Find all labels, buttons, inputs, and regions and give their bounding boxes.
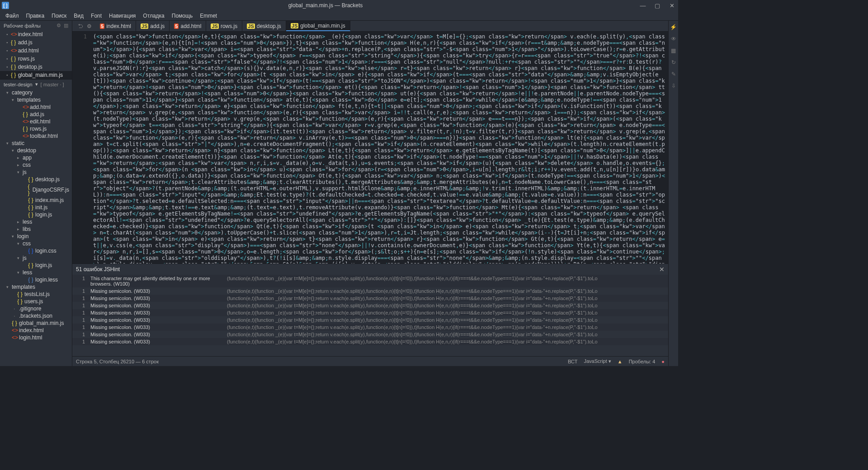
language-selector[interactable]: JavaScript ▾ (584, 358, 611, 364)
tree-css[interactable]: ▸css (0, 161, 72, 169)
problem-row[interactable]: 1Missing semicolon. (W033)(function(e,t)… (72, 338, 668, 345)
menu-файл[interactable]: Файл (2, 12, 23, 20)
gear-icon[interactable]: ⚙ (57, 23, 61, 28)
menu-помощь[interactable]: Помощь (168, 12, 196, 20)
css-file-icon: { } (28, 248, 33, 254)
problem-row[interactable]: 1Missing semicolon. (W033)(function(e,t)… (72, 331, 668, 338)
menu-font[interactable]: Font (87, 12, 105, 20)
tree-toolbar.html[interactable]: <>toolbar.html (0, 132, 72, 140)
tree-templates[interactable]: ▾templates (0, 96, 72, 103)
tree-templates[interactable]: ▾templates (0, 283, 72, 291)
tree-js[interactable]: ▾js (0, 169, 72, 176)
warning-icon: ▲ (618, 359, 623, 364)
tab-desktop.js[interactable]: JSdesktop.js (242, 21, 286, 31)
tree-.brackets.json[interactable]: ·.brackets.json (0, 312, 72, 320)
lint-status[interactable]: ▲ (618, 359, 623, 364)
menu-правка[interactable]: Правка (23, 12, 48, 20)
tree-label: app (23, 155, 32, 161)
tab-add.html[interactable]: 5add.html (170, 21, 206, 31)
code-editor[interactable]: 1 (<span class="kw">function</span>(e,t)… (72, 32, 668, 263)
download-icon[interactable]: ⇩ (670, 82, 677, 89)
tree-index.html[interactable]: <>index.html (0, 327, 72, 334)
encoding-selector[interactable]: ВСТ (568, 359, 577, 364)
tree-desktop.js[interactable]: { }desktop.js (0, 176, 72, 183)
menu-навигация[interactable]: Навигация (105, 12, 139, 20)
tree-libs[interactable]: ▸libs (0, 226, 72, 233)
tree-less[interactable]: ▸less (0, 218, 72, 226)
tabbar: ⮌ ⚙ 5index.htmlJSadd.js5add.htmlJSrows.j… (72, 21, 668, 32)
refresh-icon[interactable]: ↻ (670, 59, 677, 66)
tree-login.js[interactable]: { }login.js (0, 262, 72, 269)
tree-login.css[interactable]: { }login.css (0, 247, 72, 254)
tree-less[interactable]: ▾less (0, 269, 72, 276)
html-file-icon: <> (23, 133, 28, 139)
tree-login[interactable]: ▾login (0, 233, 72, 240)
tree-init.js[interactable]: { }init.js (0, 204, 72, 211)
code-content[interactable]: (<span class="kw">function</span>(e,t){<… (90, 32, 668, 263)
tab-label: add.js (150, 23, 165, 29)
tree-js[interactable]: ▾js (0, 254, 72, 262)
brush-icon[interactable]: ✎ (670, 70, 677, 78)
extensions-icon[interactable]: ▦ (670, 47, 677, 54)
tree-edit.html[interactable]: <>edit.html (0, 118, 72, 125)
close-icon[interactable]: ✕ (659, 266, 665, 273)
menu-emmet[interactable]: Emmet (196, 12, 221, 20)
tree-add.js[interactable]: { }add.js (0, 111, 72, 118)
problem-row[interactable]: 1Missing semicolon. (W033)(function(e,t)… (72, 295, 668, 302)
close-button[interactable]: ✕ (667, 2, 676, 9)
caret-icon: ▾ (6, 141, 10, 146)
menu-вид[interactable]: Вид (70, 12, 87, 20)
problem-row[interactable]: 1Missing semicolon. (W033)(function(e,t)… (72, 316, 668, 324)
project-header[interactable]: tester-design ▾ [ master · ] (0, 79, 72, 89)
cursor-position[interactable]: Строка 5, Столбец 26210 — 6 строк (76, 359, 159, 364)
live-preview-icon[interactable]: ⚡ (670, 24, 677, 31)
js-file-icon: { } (28, 176, 33, 183)
problem-row[interactable]: 1Missing semicolon. (W033)(function(e,t)… (72, 302, 668, 309)
problem-row[interactable]: 1This character may get silently deleted… (72, 275, 668, 287)
menu-поиск[interactable]: Поиск (48, 12, 70, 20)
problem-row[interactable]: 1Missing semicolon. (W033)(function(e,t)… (72, 287, 668, 295)
tab-add.js[interactable]: JSadd.js (136, 21, 170, 31)
tree-DjangoCSRF.js[interactable]: { }DjangoCSRF.js (0, 183, 72, 197)
eye-icon[interactable]: 👁 (670, 35, 677, 42)
tab-gear-icon[interactable]: ⚙ (87, 23, 92, 29)
problem-row[interactable]: 1Missing semicolon. (W033)(function(e,t)… (72, 324, 668, 331)
tree-desktop[interactable]: ▾desktop (0, 147, 72, 154)
split-view-icon[interactable]: ▥ (64, 23, 68, 28)
tab-index.html[interactable]: 5index.html (95, 21, 136, 31)
tree-login.html[interactable]: <>login.html (0, 334, 72, 341)
working-file-add.html[interactable]: ●<>add.html (0, 47, 72, 55)
tree-app[interactable]: ▸app (0, 154, 72, 161)
tree-static[interactable]: ▾static (0, 140, 72, 147)
problem-preview: (function(e,t){function _(e){var t=M[e]=… (227, 310, 665, 315)
problem-row[interactable]: 1Missing semicolon. (W033)(function(e,t)… (72, 309, 668, 316)
tab-global_main.min.js[interactable]: JSglobal_main.min.js (286, 21, 350, 31)
tree-global_main.min.js[interactable]: { }global_main.min.js (0, 320, 72, 327)
maximize-button[interactable]: ▢ (653, 2, 662, 9)
tree-rows.js[interactable]: { }rows.js (0, 125, 72, 132)
minimize-button[interactable]: — (638, 2, 647, 9)
working-file-add.js[interactable]: ●{ }add.js (0, 38, 72, 47)
tree-users.js[interactable]: { }users.js (0, 298, 72, 305)
working-file-index.html[interactable]: ●<>index.html (0, 30, 72, 38)
working-file-global_main.min.js[interactable]: ●{ }global_main.min.js (0, 71, 72, 79)
tab-menu-icon[interactable]: ⮌ (78, 23, 83, 29)
tree-category[interactable]: ▾category (0, 89, 72, 96)
tree-testsList.js[interactable]: { }testsList.js (0, 291, 72, 298)
problems-list[interactable]: 1This character may get silently deleted… (72, 275, 668, 356)
js-file-icon: { } (28, 197, 33, 203)
tree-login.less[interactable]: { }login.less (0, 276, 72, 283)
tree-add.html[interactable]: <>add.html (0, 103, 72, 111)
indent-selector[interactable]: Пробелы: 4 (629, 359, 656, 364)
error-indicator[interactable]: ● (661, 359, 665, 364)
tree-index.min.js[interactable]: { }index.min.js (0, 197, 72, 204)
js-file-icon: { } (17, 298, 23, 305)
working-file-desktop.js[interactable]: ●{ }desktop.js (0, 63, 72, 71)
menu-отладка[interactable]: Отладка (139, 12, 168, 20)
tree-css[interactable]: ▾css (0, 240, 72, 247)
tree-.gitignore[interactable]: ·.gitignore (0, 305, 72, 312)
tab-rows.js[interactable]: JSrows.js (206, 21, 242, 31)
working-file-rows.js[interactable]: ●{ }rows.js (0, 55, 72, 63)
tree-login.js[interactable]: { }login.js (0, 211, 72, 218)
problem-line: 1 (76, 324, 85, 330)
